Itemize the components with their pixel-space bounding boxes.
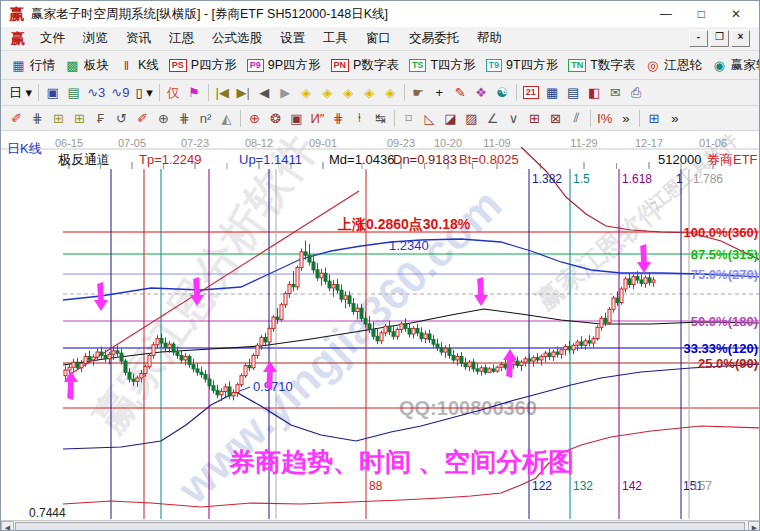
menu-item-0[interactable]: 文件 bbox=[31, 30, 74, 47]
t-number-table-button[interactable]: TNT数字表 bbox=[563, 55, 640, 76]
purple-tool-button[interactable]: ❖ bbox=[471, 84, 492, 101]
kline-button[interactable]: ‖K线 bbox=[114, 55, 164, 76]
scrollbar-thumb[interactable] bbox=[15, 522, 745, 531]
menu-item-4[interactable]: 公式选股 bbox=[203, 30, 271, 47]
gann-box-tool[interactable]: ◪ bbox=[440, 110, 461, 127]
menu-item-3[interactable]: 江恩 bbox=[160, 30, 203, 47]
mail-button[interactable]: ✉ bbox=[605, 84, 626, 101]
god-grid-tool[interactable]: ⋕ bbox=[328, 110, 349, 127]
period-day-dropdown-icon: 日 ▾ bbox=[9, 84, 32, 102]
fib-ruler-tool[interactable]: ₣ bbox=[90, 110, 111, 127]
last-bar-button[interactable]: ▶| bbox=[233, 84, 254, 101]
stock-switch-icon[interactable]: 仅 bbox=[163, 83, 184, 103]
mark-tool-button[interactable]: ✎ bbox=[450, 84, 471, 101]
percent-tool[interactable]: Ⅰ% bbox=[594, 110, 615, 127]
info-doc-icon[interactable]: ▤ bbox=[63, 84, 84, 101]
diamond-expand-button[interactable]: ◈ bbox=[359, 84, 380, 101]
panel-period-label: 日K线 bbox=[7, 141, 42, 156]
calendar-button[interactable]: 21 bbox=[520, 85, 542, 100]
toolbar-separator bbox=[38, 84, 39, 101]
flag-icon[interactable]: ⚑ bbox=[184, 84, 205, 101]
chart3-icon[interactable]: ∿3 bbox=[84, 84, 108, 101]
god-grid-tool-icon: ⋕ bbox=[331, 111, 346, 126]
angle-line-tool[interactable]: ∠ bbox=[482, 110, 503, 127]
p9-square-button[interactable]: P99P四方形 bbox=[242, 55, 326, 76]
print-button-icon: ⎙ bbox=[629, 85, 644, 101]
gann-square-wheel-tool[interactable]: ▣ bbox=[286, 110, 307, 127]
gold-grid2-tool[interactable]: ⊞ bbox=[69, 110, 90, 127]
menu-item-8[interactable]: 交易委托 bbox=[400, 30, 468, 47]
brain-tool-button-icon: ☯ bbox=[495, 85, 510, 100]
hand-tool-button[interactable]: ☛ bbox=[408, 84, 429, 101]
gold-grid-tool[interactable]: ⊞ bbox=[48, 110, 69, 127]
chart9-icon[interactable]: ∿9 bbox=[108, 84, 132, 101]
first-bar-button[interactable]: |◀ bbox=[212, 84, 233, 101]
width-measure-tool[interactable]: ↹ bbox=[370, 110, 391, 127]
menu-item-7[interactable]: 窗口 bbox=[357, 30, 400, 47]
overflow-2[interactable]: » bbox=[664, 110, 685, 127]
mdi-minimize-button[interactable]: - bbox=[689, 30, 708, 47]
scroll-left-button[interactable]: ◀ bbox=[1, 521, 14, 531]
window-layout-icon[interactable]: ▣ bbox=[42, 84, 63, 101]
n2-tool[interactable]: n² bbox=[195, 110, 216, 127]
gann-wheel-small-tool[interactable]: ❂ bbox=[265, 110, 286, 127]
grid-tool[interactable]: ⊞ bbox=[524, 110, 545, 127]
diamond-shrink-button[interactable]: ◈ bbox=[380, 84, 401, 101]
horizontal-scrollbar[interactable]: ◀ ▶ bbox=[1, 520, 760, 531]
save-button[interactable]: ◧ bbox=[584, 84, 605, 101]
circle-ruler-tool[interactable]: ⊕ bbox=[153, 110, 174, 127]
menu-item-6[interactable]: 工具 bbox=[314, 30, 357, 47]
wave-mark-tool[interactable]: И″ bbox=[307, 110, 328, 127]
menu-item-1[interactable]: 浏览 bbox=[74, 30, 117, 47]
overflow-1[interactable]: » bbox=[615, 110, 636, 127]
menu-item-2[interactable]: 资讯 bbox=[117, 30, 160, 47]
zigzag-tool[interactable]: ∨ bbox=[503, 110, 524, 127]
notepad-button[interactable]: ▤ bbox=[563, 84, 584, 101]
svg-text:券商趋势、时间 、空间分析图: 券商趋势、时间 、空间分析图 bbox=[228, 447, 574, 477]
crosshair-tool-button[interactable]: + bbox=[429, 84, 450, 101]
candle-style-dropdown[interactable]: ▯ ▾ bbox=[132, 84, 155, 101]
gann-target-tool[interactable]: ⊕ bbox=[244, 110, 265, 127]
parallel-lines-tool[interactable]: ⫽ bbox=[566, 109, 587, 127]
spiral-tool[interactable]: ↺ bbox=[111, 110, 132, 127]
gann-ruler-tool[interactable]: ⋕ bbox=[27, 110, 48, 127]
mirror-tool[interactable]: ◭ bbox=[216, 110, 237, 127]
down-arrow-icon bbox=[637, 262, 651, 273]
diamond-right-button[interactable]: ◈ bbox=[317, 84, 338, 101]
winner-wheel-button[interactable]: ◉赢家轮 bbox=[707, 55, 760, 76]
t-square-button[interactable]: TST四方形 bbox=[404, 55, 481, 76]
maximize-button[interactable]: □ bbox=[698, 7, 705, 21]
t9-square-button[interactable]: T99T四方形 bbox=[481, 55, 564, 76]
square-grid-tool[interactable]: ⊞ bbox=[643, 110, 664, 127]
count-ruler-tool[interactable]: ⍿ bbox=[349, 109, 370, 127]
chart-area[interactable]: www.yingjia360.com赢家江恩分析软件赢家江恩软件江恩工具软件QQ… bbox=[1, 131, 760, 520]
p-number-table-button[interactable]: PNP数字表 bbox=[326, 55, 404, 76]
gann-fan-tool[interactable]: ◺ bbox=[419, 110, 440, 127]
calculator-button[interactable]: ▦ bbox=[542, 84, 563, 101]
grid-fill-tool[interactable]: ⊠ bbox=[545, 110, 566, 127]
diamond-hmove-button[interactable]: ◈ bbox=[338, 84, 359, 101]
p-square-button[interactable]: PSP四方形 bbox=[164, 55, 242, 76]
quotes-button[interactable]: ▦行情 bbox=[6, 55, 60, 76]
scroll-right-button[interactable]: ▶ bbox=[748, 521, 760, 531]
brain-tool-button[interactable]: ☯ bbox=[492, 84, 513, 101]
menu-item-5[interactable]: 设置 bbox=[271, 30, 314, 47]
gann-wheel-button[interactable]: ◎江恩轮 bbox=[640, 55, 707, 76]
mdi-close-button[interactable]: × bbox=[731, 30, 750, 47]
prev-bar-button[interactable]: ◀ bbox=[254, 84, 275, 101]
print-button[interactable]: ⎙ bbox=[626, 84, 647, 102]
diamond-left-button[interactable]: ◈ bbox=[296, 84, 317, 101]
next-bar-button[interactable]: ▶ bbox=[275, 84, 296, 101]
box-select-tool[interactable]: ⌑ bbox=[398, 110, 419, 127]
sectors-button[interactable]: ▩板块 bbox=[60, 55, 114, 76]
close-button[interactable]: ✕ bbox=[731, 7, 741, 21]
chart-canvas[interactable]: www.yingjia360.com赢家江恩分析软件赢家江恩软件江恩工具软件QQ… bbox=[1, 131, 760, 520]
minimize-button[interactable]: — bbox=[660, 7, 672, 21]
menu-item-9[interactable]: 帮助 bbox=[468, 30, 511, 47]
brush-tool[interactable]: ✐ bbox=[6, 110, 27, 127]
period-day-dropdown[interactable]: 日 ▾ bbox=[6, 83, 35, 103]
time-ruler-tool[interactable]: ⋕ bbox=[174, 110, 195, 127]
shade-box-tool[interactable]: ▨ bbox=[461, 110, 482, 127]
mdi-restore-button[interactable]: ❐ bbox=[710, 30, 729, 47]
pen-ruler-tool[interactable]: ✐ bbox=[132, 110, 153, 127]
